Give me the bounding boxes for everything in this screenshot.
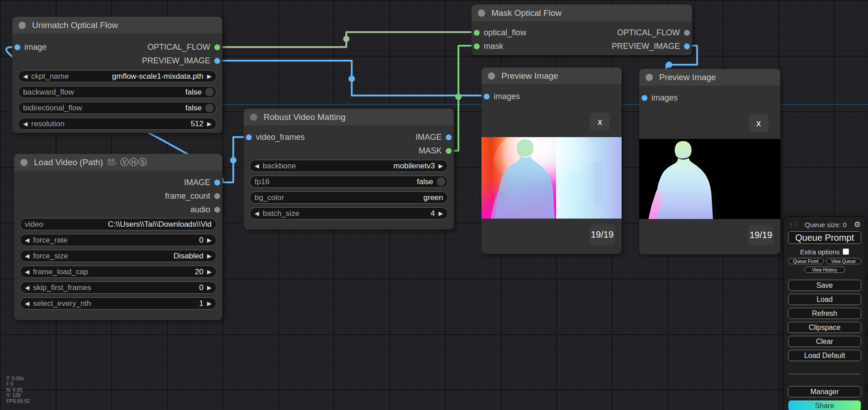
queue-front-button[interactable]: Queue Front [788,258,824,264]
save-button[interactable]: Save [788,280,861,291]
output-slot-preview-image[interactable]: PREVIEW_IMAGE [142,56,222,66]
clipspace-button[interactable]: Clipspace [788,322,861,333]
node-robust-video-matting[interactable]: Robust Video Matting video_frames IMAGE … [244,109,454,229]
wire-dot[interactable] [343,36,349,42]
node-preview-image-1[interactable]: Preview Image images x [481,67,622,254]
node-mask-optical-flow[interactable]: Mask Optical Flow optical_flow OPTICAL_F… [472,5,692,55]
increment-arrow-icon[interactable]: ▶ [207,237,212,243]
decrement-arrow-icon[interactable]: ◀ [25,253,29,259]
increment-arrow-icon[interactable]: ▶ [207,284,212,291]
input-dot-icon[interactable] [246,134,252,140]
preview-image-masked-flow[interactable] [639,139,780,219]
decrement-arrow-icon[interactable]: ◀ [255,162,259,169]
node-preview-image-2[interactable]: Preview Image images x [639,69,780,254]
node-title-bar[interactable]: Preview Image [639,69,780,86]
increment-arrow-icon[interactable]: ▶ [207,268,212,275]
view-history-button[interactable]: View History [804,267,845,273]
collapse-dot-icon[interactable] [20,159,28,166]
close-image-button[interactable]: x [590,113,610,131]
output-slot-preview-image[interactable]: PREVIEW_IMAGE [612,42,692,51]
toggle-knob-icon[interactable] [205,104,214,112]
output-dot-icon[interactable] [446,148,452,154]
collapse-dot-icon[interactable] [478,10,485,17]
widget-backward-flow[interactable]: backward_flow false [18,86,217,98]
input-dot-icon[interactable] [642,95,647,101]
comfyui-canvas[interactable]: { "canvas": { "stats": ["T: 0.00s", "I: … [0,0,868,410]
input-slot-optical-flow[interactable]: optical_flow [472,28,526,38]
output-dot-icon[interactable] [214,180,220,186]
widget-video-path[interactable]: video C:\\Users\\Tai\\Downloads\\Vid [20,218,217,230]
collapse-dot-icon[interactable] [646,74,653,81]
toggle-knob-icon[interactable] [205,88,214,96]
input-dot-icon[interactable] [14,44,20,50]
node-load-video-path[interactable]: Load Video (Path) ⓋⒽⓈ IMAGE frame_count … [14,154,222,320]
output-slot-optical-flow[interactable]: OPTICAL_FLOW [617,28,692,38]
input-dot-icon[interactable] [474,43,480,49]
node-title-bar[interactable]: Preview Image [481,67,622,84]
output-dot-icon[interactable] [214,193,220,199]
collapse-dot-icon[interactable] [250,114,257,121]
drag-handle-icon[interactable]: ⋮⋮ [788,221,797,228]
widget-ckpt-name[interactable]: ◀ ckpt_name gmflow-scale1-mixdata.pth ▶ [18,70,217,82]
node-title-bar[interactable]: Unimatch Optical Flow [12,17,222,33]
decrement-arrow-icon[interactable]: ◀ [25,300,29,307]
refresh-button[interactable]: Refresh [788,308,861,319]
input-slot-mask[interactable]: mask [472,42,503,51]
widget-fp16[interactable]: fp16 false [250,176,448,188]
node-title-bar[interactable]: Load Video (Path) ⓋⒽⓈ [14,154,222,171]
node-unimatch-optical-flow[interactable]: Unimatch Optical Flow image OPTICAL_FLOW… [12,17,222,133]
decrement-arrow-icon[interactable]: ◀ [25,237,29,243]
settings-gear-icon[interactable]: ⚙ [854,220,861,229]
output-slot-frame-count[interactable]: frame_count [165,191,222,201]
output-dot-icon[interactable] [684,43,690,49]
wire-dot[interactable] [349,76,355,82]
queue-prompt-button[interactable]: Queue Prompt [788,231,861,244]
output-slot-optical-flow[interactable]: OPTICAL_FLOW [147,43,222,52]
load-default-button[interactable]: Load Default [788,350,861,361]
increment-arrow-icon[interactable]: ▶ [439,210,443,217]
node-title-bar[interactable]: Mask Optical Flow [472,5,692,21]
output-dot-icon[interactable] [214,44,220,50]
widget-skip-first-frames[interactable]: ◀ skip_first_frames 0 ▶ [20,281,217,294]
input-slot-images[interactable]: images [481,92,520,101]
wire-dot[interactable] [455,94,462,100]
decrement-arrow-icon[interactable]: ◀ [23,73,28,80]
decrement-arrow-icon[interactable]: ◀ [25,268,29,275]
widget-force-rate[interactable]: ◀ force_rate 0 ▶ [20,234,217,246]
output-slot-image[interactable]: IMAGE [415,133,454,142]
output-slot-audio[interactable]: audio [190,205,222,215]
output-dot-icon[interactable] [214,207,220,213]
input-slot-video-frames[interactable]: video_frames [244,133,305,142]
input-dot-icon[interactable] [474,30,480,36]
view-queue-button[interactable]: View Queue [826,258,862,264]
toggle-knob-icon[interactable] [437,177,445,186]
output-dot-icon[interactable] [684,30,690,36]
increment-arrow-icon[interactable]: ▶ [207,120,212,127]
widget-select-every-nth[interactable]: ◀ select_every_nth 1 ▶ [20,297,217,310]
increment-arrow-icon[interactable]: ▶ [207,253,212,259]
decrement-arrow-icon[interactable]: ◀ [25,284,29,291]
widget-bidirectional-flow[interactable]: bidirectional_flow false [18,102,217,114]
decrement-arrow-icon[interactable]: ◀ [23,120,28,127]
widget-backbone[interactable]: ◀ backbone mobilenetv3 ▶ [250,160,448,172]
preview-image-optical-flow[interactable] [481,137,622,219]
wire-dot[interactable] [666,62,672,68]
input-slot-images[interactable]: images [639,93,678,103]
collapse-dot-icon[interactable] [488,72,495,80]
share-button[interactable]: Share [788,400,861,410]
increment-arrow-icon[interactable]: ▶ [439,162,443,169]
output-dot-icon[interactable] [446,134,452,140]
comfyui-menu-panel[interactable]: ⋮⋮ Queue size: 0 ⚙ Queue Prompt Extra op… [783,216,866,410]
manager-button[interactable]: Manager [788,386,861,397]
node-title-bar[interactable]: Robust Video Matting [244,109,454,125]
clear-button[interactable]: Clear [788,336,861,347]
close-image-button[interactable]: x [749,114,769,132]
wire-dot[interactable] [230,157,236,163]
output-dot-icon[interactable] [214,58,220,64]
widget-bg-color[interactable]: bg_color green [250,191,448,204]
input-dot-icon[interactable] [484,94,490,100]
widget-batch-size[interactable]: ◀ batch_size 4 ▶ [250,207,448,219]
increment-arrow-icon[interactable]: ▶ [207,73,212,80]
increment-arrow-icon[interactable]: ▶ [207,300,212,307]
output-slot-image[interactable]: IMAGE [184,178,222,187]
